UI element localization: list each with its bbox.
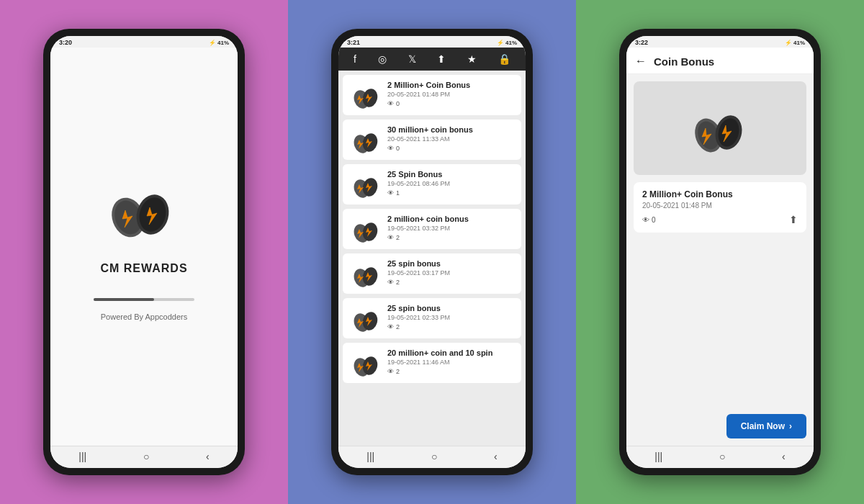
list-thumb-5	[350, 304, 382, 333]
list-text-3: 2 million+ coin bonus 19-05-2021 03:32 P…	[387, 215, 514, 241]
list-date-6: 19-05-2021 11:46 AM	[387, 359, 514, 366]
status-bar-1: 3:20 ⚡ 41%	[50, 36, 238, 48]
eye-icon: 👁	[642, 216, 649, 224]
detail-content: 2 Million+ Coin Bonus 20-05-2021 01:48 P…	[626, 74, 814, 446]
nav-home-3[interactable]: ○	[719, 451, 725, 462]
status-time-1: 3:20	[59, 39, 72, 46]
nav-menu-2[interactable]: |||	[366, 451, 374, 462]
list-date-3: 19-05-2021 03:32 PM	[387, 225, 514, 232]
list-title-0: 2 Million+ Coin Bonus	[387, 81, 514, 89]
nav-back-2[interactable]: ‹	[494, 451, 498, 462]
list-thumb-0	[350, 81, 382, 109]
list-thumb-6	[350, 348, 382, 377]
list-views-6: 👁 2	[387, 368, 514, 375]
detail-views: 👁 0	[642, 216, 656, 224]
list-date-0: 20-05-2021 01:48 PM	[387, 91, 514, 98]
phone-1: 3:20 ⚡ 41%	[43, 29, 245, 475]
powered-text: Powered By Appcodders	[101, 312, 187, 321]
back-button[interactable]: ←	[635, 55, 647, 68]
view-count: 0	[652, 216, 656, 224]
status-bar-3: 3:22 ⚡ 41%	[626, 36, 814, 48]
list-title-3: 2 million+ coin bonus	[387, 215, 514, 223]
bonus-list[interactable]: 2 Million+ Coin Bonus 20-05-2021 01:48 P…	[338, 71, 526, 446]
status-icons-3: ⚡ 41%	[785, 40, 805, 46]
list-thumb-3	[350, 215, 382, 243]
list-item[interactable]: 25 Spin Bonus 19-05-2021 08:46 PM 👁 1	[343, 164, 521, 204]
list-text-5: 25 spin bonus 19-05-2021 02:33 PM 👁 2	[387, 304, 514, 330]
list-date-1: 20-05-2021 11:33 AM	[387, 135, 514, 143]
list-thumb-2	[350, 170, 382, 199]
list-title-5: 25 spin bonus	[387, 304, 514, 312]
share-action-icon[interactable]: ⬆	[789, 214, 798, 225]
claim-btn-label: Claim Now	[741, 421, 785, 431]
claim-now-button[interactable]: Claim Now ›	[726, 414, 806, 438]
list-item[interactable]: 2 Million+ Coin Bonus 20-05-2021 01:48 P…	[343, 75, 521, 115]
list-text-2: 25 Spin Bonus 19-05-2021 08:46 PM 👁 1	[387, 170, 514, 197]
list-views-1: 👁 0	[387, 145, 514, 152]
list-title-2: 25 Spin Bonus	[387, 170, 514, 179]
nav-bar-1: ||| ○ ‹	[50, 446, 238, 468]
nav-home-1[interactable]: ○	[143, 451, 149, 462]
list-date-4: 19-05-2021 03:17 PM	[387, 269, 514, 276]
instagram-icon[interactable]: ◎	[378, 53, 387, 65]
nav-menu-1[interactable]: |||	[78, 451, 86, 462]
detail-screen-title: Coin Bonus	[654, 55, 714, 68]
status-time-2: 3:21	[347, 39, 360, 46]
list-title-6: 20 million+ coin and 10 spin	[387, 348, 514, 357]
share-icon[interactable]: ⬆	[437, 53, 446, 65]
facebook-icon[interactable]: f	[354, 53, 356, 65]
list-item[interactable]: 20 million+ coin and 10 spin 19-05-2021 …	[343, 343, 521, 383]
list-title-4: 25 spin bonus	[387, 259, 514, 268]
detail-info-card: 2 Million+ Coin Bonus 20-05-2021 01:48 P…	[634, 182, 806, 233]
coin-icon-large	[101, 173, 187, 245]
list-title-1: 30 million+ coin bonus	[387, 125, 514, 134]
nav-back-1[interactable]: ‹	[206, 451, 210, 462]
panel-detail: 3:22 ⚡ 41% ← Coin Bonus	[576, 0, 864, 504]
list-views-3: 👁 2	[387, 234, 514, 241]
splash-content: CM REWARDS Powered By Appcodders	[50, 48, 238, 446]
detail-header: ← Coin Bonus	[626, 48, 814, 74]
list-item[interactable]: 2 million+ coin bonus 19-05-2021 03:32 P…	[343, 209, 521, 249]
list-views-4: 👁 2	[387, 279, 514, 286]
app-title: CM REWARDS	[100, 262, 187, 275]
nav-menu-3[interactable]: |||	[654, 451, 662, 462]
panel-splash: 3:20 ⚡ 41%	[0, 0, 288, 504]
nav-bar-2: ||| ○ ‹	[338, 446, 526, 468]
list-thumb-4	[350, 259, 382, 288]
list-item[interactable]: 25 spin bonus 19-05-2021 02:33 PM 👁 2	[343, 298, 521, 338]
list-views-0: 👁 0	[387, 100, 514, 107]
claim-btn-arrow: ›	[789, 421, 792, 431]
progress-bar	[94, 298, 194, 301]
nav-home-2[interactable]: ○	[431, 451, 437, 462]
phone-3: 3:22 ⚡ 41% ← Coin Bonus	[619, 29, 821, 475]
detail-image-card	[634, 81, 806, 175]
detail-item-title: 2 Million+ Coin Bonus	[642, 189, 798, 199]
detail-item-date: 20-05-2021 01:48 PM	[642, 202, 798, 210]
list-views-2: 👁 1	[387, 189, 514, 197]
list-views-5: 👁 2	[387, 323, 514, 330]
panel-list: 3:21 ⚡ 41% f ◎ 𝕏 ⬆ ★ 🔒	[288, 0, 576, 504]
list-text-0: 2 Million+ Coin Bonus 20-05-2021 01:48 P…	[387, 81, 514, 107]
list-date-2: 19-05-2021 08:46 PM	[387, 180, 514, 187]
social-bar: f ◎ 𝕏 ⬆ ★ 🔒	[338, 48, 526, 71]
nav-bar-3: ||| ○ ‹	[626, 446, 814, 468]
lock-icon[interactable]: 🔒	[498, 53, 510, 65]
twitter-icon[interactable]: 𝕏	[408, 53, 416, 65]
status-icons-1: ⚡ 41%	[209, 40, 229, 46]
status-icons-2: ⚡ 41%	[497, 40, 517, 46]
phone-2: 3:21 ⚡ 41% f ◎ 𝕏 ⬆ ★ 🔒	[331, 29, 533, 475]
list-thumb-1	[350, 125, 382, 154]
star-icon[interactable]: ★	[467, 53, 477, 65]
list-text-4: 25 spin bonus 19-05-2021 03:17 PM 👁 2	[387, 259, 514, 286]
status-time-3: 3:22	[635, 39, 648, 46]
claim-btn-wrap: Claim Now ›	[626, 240, 814, 446]
list-text-6: 20 million+ coin and 10 spin 19-05-2021 …	[387, 348, 514, 375]
list-item[interactable]: 30 million+ coin bonus 20-05-2021 11:33 …	[343, 120, 521, 160]
nav-back-3[interactable]: ‹	[782, 451, 786, 462]
detail-meta-row: 👁 0 ⬆	[642, 214, 798, 225]
list-item[interactable]: 25 spin bonus 19-05-2021 03:17 PM 👁 2	[343, 253, 521, 294]
list-date-5: 19-05-2021 02:33 PM	[387, 314, 514, 321]
list-text-1: 30 million+ coin bonus 20-05-2021 11:33 …	[387, 125, 514, 152]
status-bar-2: 3:21 ⚡ 41%	[338, 36, 526, 48]
